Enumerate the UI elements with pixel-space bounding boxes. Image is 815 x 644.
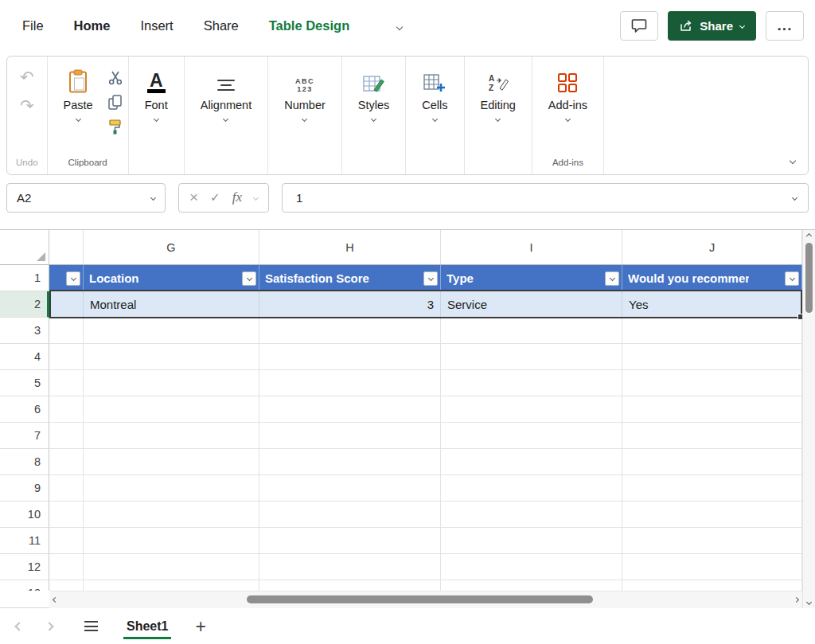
ribbon-wrap: ↶ ↷ Undo Paste — [0, 51, 815, 175]
svg-text:Z: Z — [489, 84, 493, 92]
grid-row-9 — [49, 475, 802, 502]
copy-button[interactable] — [107, 94, 123, 110]
name-box-value: A2 — [17, 191, 31, 205]
styles-button[interactable]: Styles — [347, 66, 401, 123]
vertical-scrollbar[interactable] — [802, 230, 815, 608]
column-header-G[interactable]: G — [84, 230, 259, 264]
undo-icon[interactable]: ↶ — [20, 69, 34, 85]
formula-bar-expand-chevron[interactable] — [792, 194, 797, 200]
cells-button[interactable]: Cells — [411, 66, 458, 123]
row-header-6[interactable]: 6 — [0, 396, 49, 423]
menu-home[interactable]: Home — [74, 18, 111, 33]
filter-button[interactable] — [66, 271, 80, 286]
scroll-down-arrow[interactable] — [806, 599, 812, 605]
formula-bar: A2 × ✓ fx 1 — [0, 175, 815, 220]
column-header-J[interactable]: J — [622, 230, 802, 264]
scrollbar-corner — [0, 591, 49, 608]
cell-I2[interactable]: Service — [441, 291, 622, 318]
cancel-entry-button[interactable]: × — [189, 192, 198, 203]
row-header-3[interactable]: 3 — [0, 318, 49, 344]
grid-row-10 — [49, 502, 802, 528]
row-header-10[interactable]: 10 — [0, 502, 49, 528]
row-header-13[interactable]: 13 — [0, 580, 49, 591]
alignment-button[interactable]: Alignment — [189, 66, 263, 123]
table-header-type[interactable]: Type — [441, 265, 622, 291]
chevron-down-icon — [302, 116, 307, 122]
scroll-left-arrow[interactable] — [53, 597, 58, 603]
row-header-4[interactable]: 4 — [0, 344, 49, 370]
cut-button[interactable] — [107, 69, 123, 85]
comment-icon — [631, 18, 647, 33]
horizontal-scrollbar-row — [0, 591, 802, 608]
filter-button[interactable] — [785, 271, 799, 286]
addins-button[interactable]: Add-ins — [537, 66, 599, 123]
cells-label: Cells — [422, 99, 447, 111]
table-header-would-you-recommend[interactable]: Would you recommend — [622, 265, 802, 291]
filter-button[interactable] — [605, 271, 619, 286]
more-options-button[interactable]: ... — [766, 11, 804, 41]
ribbon-group-addins: Add-ins Add-ins — [532, 57, 604, 174]
ribbon-group-undo: ↶ ↷ Undo — [7, 57, 48, 174]
cell-G2[interactable]: Montreal — [84, 291, 259, 318]
row-header-1[interactable]: 1 — [0, 265, 49, 291]
horizontal-scroll-thumb[interactable] — [247, 595, 593, 603]
clipboard-body: Paste — [53, 66, 123, 135]
menu-share[interactable]: Share — [204, 18, 239, 33]
menu-file[interactable]: File — [22, 18, 44, 33]
row-header-12[interactable]: 12 — [0, 554, 49, 580]
number-button[interactable]: ABC 123 Number — [273, 66, 337, 123]
next-sheet-arrow[interactable] — [45, 622, 53, 630]
row-header-7[interactable]: 7 — [0, 423, 49, 449]
undo-redo-buttons: ↶ ↷ — [12, 66, 42, 117]
add-sheet-button[interactable]: + — [195, 619, 205, 634]
scroll-right-arrow[interactable] — [794, 597, 799, 603]
share-button[interactable]: Share — [668, 11, 756, 41]
row-header-2[interactable]: 2 — [0, 291, 49, 318]
grid-row-6 — [49, 396, 802, 423]
column-header-partial[interactable] — [49, 230, 84, 264]
chevron-down-icon — [565, 116, 571, 122]
table-header-location[interactable]: Location — [84, 265, 259, 291]
prev-sheet-arrow[interactable] — [14, 622, 23, 630]
table-header-satisfaction-score[interactable]: Satisfaction Score — [259, 265, 441, 291]
ribbon-group-cells: Cells — [406, 57, 464, 174]
formula-input[interactable]: 1 — [282, 183, 809, 213]
row-header-11[interactable]: 11 — [0, 528, 49, 554]
cell-F2[interactable] — [49, 291, 84, 318]
row-header-5[interactable]: 5 — [0, 370, 49, 396]
select-all-corner[interactable] — [0, 230, 49, 265]
data-row-2: Montreal 3 Service Yes — [49, 291, 802, 318]
cell-H2[interactable]: 3 — [259, 291, 441, 318]
all-sheets-menu-icon[interactable] — [84, 621, 98, 631]
ribbon-group-styles: Styles — [342, 57, 407, 174]
scroll-up-arrow[interactable] — [806, 233, 812, 239]
ribbon-collapse-chevron[interactable] — [790, 152, 795, 166]
vertical-scroll-thumb[interactable] — [805, 243, 813, 313]
filter-button[interactable] — [423, 271, 438, 286]
format-painter-button[interactable] — [107, 119, 123, 135]
comments-button[interactable] — [620, 11, 658, 41]
menu-insert[interactable]: Insert — [140, 18, 173, 33]
redo-icon[interactable]: ↷ — [20, 98, 34, 114]
filter-button[interactable] — [242, 271, 256, 286]
insert-function-button[interactable]: fx — [232, 189, 242, 205]
row-header-8[interactable]: 8 — [0, 449, 49, 475]
row-header-9[interactable]: 9 — [0, 475, 49, 502]
chevron-down-icon[interactable] — [397, 18, 402, 33]
cell-J2[interactable]: Yes — [622, 291, 802, 318]
editing-button[interactable]: AZ Editing — [470, 66, 527, 123]
name-box[interactable]: A2 — [6, 183, 166, 213]
menu-bar-right: Share ... — [620, 11, 804, 41]
sheet-tab-sheet1[interactable]: Sheet1 — [120, 608, 174, 644]
ribbon-group-alignment: Alignment — [185, 57, 268, 174]
column-header-I[interactable]: I — [441, 230, 622, 264]
table-header-cell-partial[interactable] — [49, 265, 84, 291]
font-button[interactable]: A Font — [134, 66, 179, 123]
column-header-H[interactable]: H — [259, 230, 441, 264]
grid-row-11 — [49, 528, 802, 554]
horizontal-scrollbar[interactable] — [49, 591, 802, 608]
menu-table-design[interactable]: Table Design — [269, 18, 349, 33]
paste-button[interactable]: Paste — [53, 66, 104, 123]
chevron-down-icon — [150, 194, 156, 200]
confirm-entry-button[interactable]: ✓ — [210, 190, 220, 205]
